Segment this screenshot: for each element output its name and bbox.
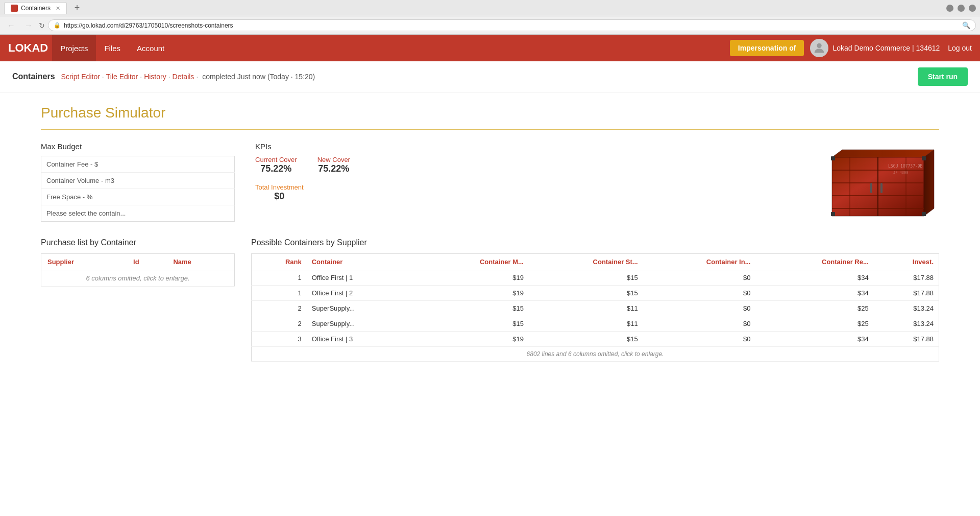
- kpis-grid: Current Cover 75.22% New Cover 75.22% To…: [255, 156, 449, 202]
- kpis-row-1: Current Cover 75.22% New Cover 75.22%: [255, 156, 449, 174]
- col-in: Container In...: [643, 254, 756, 270]
- forward-button[interactable]: →: [21, 20, 36, 31]
- user-avatar-icon: [812, 41, 826, 55]
- col-invest: Invest.: [874, 254, 939, 270]
- budget-cell-0: Container Fee - $: [41, 156, 235, 173]
- minimize-button[interactable]: [946, 5, 953, 12]
- top-section: Max Budget Container Fee - $ Container V…: [41, 142, 939, 222]
- purchase-list: Purchase list by Container Supplier Id N…: [41, 238, 235, 362]
- cell-container-2: SuperSupply...: [307, 301, 417, 316]
- possible-containers-table[interactable]: Rank Container Container M... Container …: [251, 253, 939, 362]
- cell-re-2: $25: [755, 301, 873, 316]
- kpis-section: KPIs Current Cover 75.22% New Cover 75.2…: [255, 142, 449, 222]
- tab-close-button[interactable]: ✕: [56, 5, 60, 12]
- cell-m-1: $19: [417, 286, 529, 301]
- breadcrumb-script-editor[interactable]: Script Editor: [61, 73, 100, 81]
- svg-rect-13: [831, 156, 835, 160]
- cell-invest-1: $17.88: [874, 286, 939, 301]
- breadcrumb-sep-3: ·: [168, 73, 170, 81]
- kpi-total-investment-value: $0: [255, 191, 304, 202]
- tab-favicon: [11, 5, 18, 12]
- secure-icon: 🔒: [54, 22, 61, 29]
- container-svg: LSGU 107737-9B JF 4300: [822, 142, 939, 224]
- col-m: Container M...: [417, 254, 529, 270]
- svg-text:JF    4300: JF 4300: [893, 171, 909, 175]
- page-title: Purchase Simulator: [41, 105, 939, 121]
- kpi-total-investment-label: Total Investment: [255, 183, 304, 191]
- cell-invest-2: $13.24: [874, 301, 939, 316]
- back-button[interactable]: ←: [4, 20, 18, 31]
- breadcrumb-title: Containers: [12, 72, 55, 81]
- kpi-new-cover-value: 75.22%: [317, 163, 350, 174]
- purchase-col-name: Name: [167, 254, 234, 270]
- breadcrumb-tile-editor[interactable]: Tile Editor: [106, 73, 138, 81]
- svg-rect-14: [922, 156, 926, 160]
- budget-row-0: Container Fee - $: [41, 156, 235, 173]
- cell-st-0: $15: [529, 270, 643, 286]
- search-icon: 🔍: [962, 21, 970, 29]
- cell-re-3: $25: [755, 316, 873, 332]
- breadcrumb-history[interactable]: History: [144, 73, 166, 81]
- container-image-section: LSGU 107737-9B JF 4300: [470, 142, 939, 222]
- new-tab-button[interactable]: +: [71, 2, 83, 14]
- cell-in-0: $0: [643, 270, 756, 286]
- cell-m-3: $15: [417, 316, 529, 332]
- budget-section: Max Budget Container Fee - $ Container V…: [41, 142, 235, 222]
- breadcrumb-details[interactable]: Details: [173, 73, 194, 81]
- bottom-section: Purchase list by Container Supplier Id N…: [41, 238, 939, 362]
- possible-footer-row: 6802 lines and 6 columns omitted, click …: [252, 347, 939, 362]
- kpi-current-cover-value: 75.22%: [255, 163, 297, 174]
- top-nav: LOKAD Projects Files Account Impersonati…: [0, 35, 980, 61]
- browser-chrome: Containers ✕ +: [0, 0, 980, 16]
- cell-st-1: $15: [529, 286, 643, 301]
- close-button[interactable]: [969, 5, 976, 12]
- budget-cell-2: Free Space - %: [41, 189, 235, 205]
- possible-row-4: 3 Office First | 3 $19 $15 $0 $34 $17.88: [252, 332, 939, 347]
- cell-st-3: $11: [529, 316, 643, 332]
- nav-files[interactable]: Files: [96, 35, 129, 61]
- cell-m-4: $19: [417, 332, 529, 347]
- address-field[interactable]: 🔒 https://go.lokad.com/d/29763/1705010/s…: [48, 19, 976, 31]
- breadcrumb-status: completed Just now (Today · 15:20): [202, 73, 315, 81]
- browser-tab[interactable]: Containers ✕: [4, 2, 67, 14]
- cell-invest-4: $17.88: [874, 332, 939, 347]
- svg-point-0: [817, 43, 822, 48]
- nav-projects[interactable]: Projects: [52, 35, 96, 61]
- logout-button[interactable]: Log out: [948, 44, 972, 52]
- start-run-button[interactable]: Start run: [918, 67, 968, 86]
- budget-table: Container Fee - $ Container Volume - m3 …: [41, 156, 235, 222]
- maximize-button[interactable]: [958, 5, 965, 12]
- budget-cell-3: Please select the contain...: [41, 205, 235, 222]
- possible-row-2: 2 SuperSupply... $15 $11 $0 $25 $13.24: [252, 301, 939, 316]
- kpi-new-cover: New Cover 75.22%: [317, 156, 350, 174]
- address-text: https://go.lokad.com/d/29763/1705010/scr…: [64, 22, 233, 29]
- breadcrumb-bar: Containers Script Editor · Tile Editor ·…: [0, 61, 980, 92]
- cell-re-0: $34: [755, 270, 873, 286]
- cell-container-4: Office First | 3: [307, 332, 417, 347]
- impersonation-button[interactable]: Impersonation of: [730, 40, 804, 56]
- user-name: Lokad Demo Commerce | 134612: [832, 44, 940, 52]
- breadcrumb-sep-4: ·: [196, 73, 198, 81]
- cell-m-2: $15: [417, 301, 529, 316]
- purchase-header-row: Supplier Id Name: [41, 254, 235, 270]
- purchase-list-table[interactable]: Supplier Id Name 6 columns omitted, clic…: [41, 253, 235, 287]
- cell-in-4: $0: [643, 332, 756, 347]
- kpi-current-cover: Current Cover 75.22%: [255, 156, 297, 174]
- cell-invest-3: $13.24: [874, 316, 939, 332]
- cell-container-1: Office First | 2: [307, 286, 417, 301]
- breadcrumb-sep-2: ·: [140, 73, 142, 81]
- cell-rank-4: 3: [252, 332, 307, 347]
- possible-title: Possible Containers by Supplier: [251, 238, 939, 247]
- col-rank: Rank: [252, 254, 307, 270]
- title-divider: [41, 129, 939, 130]
- kpi-current-cover-label: Current Cover: [255, 156, 297, 163]
- reload-button[interactable]: ↻: [39, 21, 45, 30]
- cell-st-4: $15: [529, 332, 643, 347]
- nav-account[interactable]: Account: [129, 35, 173, 61]
- address-bar: ← → ↻ 🔒 https://go.lokad.com/d/29763/170…: [0, 16, 980, 35]
- logo[interactable]: LOKAD: [8, 41, 48, 55]
- max-budget-label: Max Budget: [41, 142, 235, 151]
- cell-re-4: $34: [755, 332, 873, 347]
- cell-rank-1: 1: [252, 286, 307, 301]
- cell-invest-0: $17.88: [874, 270, 939, 286]
